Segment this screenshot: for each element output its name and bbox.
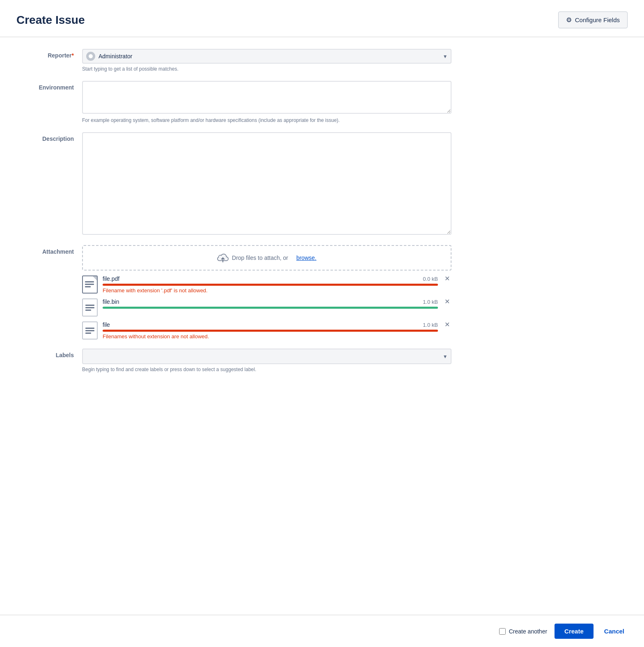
dialog-header: Create Issue ⚙ Configure Fields [0, 0, 644, 37]
file-progress-bar [103, 330, 438, 332]
labels-select[interactable] [82, 349, 451, 364]
file-name: file.pdf [103, 275, 119, 282]
description-label: Description [16, 132, 82, 142]
attachment-dropzone[interactable]: Drop files to attach, or browse. [82, 245, 451, 271]
environment-hint: For example operating system, software p… [82, 117, 451, 123]
file-name-row: file 1.0 kB [103, 321, 438, 328]
description-field [82, 132, 451, 236]
file-list: file.pdf 0.0 kB Filename with extension … [82, 275, 451, 340]
reporter-wrapper: Administrator ▾ [82, 49, 451, 64]
configure-fields-label: Configure Fields [575, 16, 620, 23]
file-size: 1.0 kB [423, 299, 438, 305]
description-textarea[interactable] [82, 132, 451, 235]
file-name-row: file.pdf 0.0 kB [103, 275, 438, 282]
file-name: file [103, 321, 110, 328]
file-progress-bar [103, 284, 438, 286]
labels-row: Labels ▾ Begin typing to find and create… [16, 349, 628, 372]
cloud-upload-icon [217, 253, 229, 262]
file-error-message: Filename with extension '.pdf' is not al… [103, 287, 438, 294]
create-issue-dialog: Create Issue ⚙ Configure Fields Reporter… [0, 0, 644, 647]
avatar-inner [88, 53, 94, 59]
file-details: file 1.0 kB Filenames without extension … [103, 321, 438, 340]
file-name: file.bin [103, 298, 119, 305]
configure-fields-button[interactable]: ⚙ Configure Fields [558, 11, 628, 28]
file-details: file.pdf 0.0 kB Filename with extension … [103, 275, 438, 294]
cancel-button[interactable]: Cancel [601, 624, 628, 639]
environment-textarea[interactable] [82, 81, 451, 114]
labels-hint: Begin typing to find and create labels o… [82, 367, 451, 372]
create-another-wrapper: Create another [499, 628, 547, 635]
reporter-avatar [86, 52, 95, 61]
file-details: file.bin 1.0 kB [103, 298, 438, 310]
attachment-row: Attachment Drop files to attach, or brow… [16, 245, 628, 340]
page-title: Create Issue [16, 14, 85, 27]
required-star: * [72, 52, 74, 59]
labels-label: Labels [16, 349, 82, 358]
reporter-row: Reporter* Administrator ▾ Start typing t… [16, 49, 628, 72]
labels-wrapper: ▾ [82, 349, 451, 364]
file-doc-icon [82, 321, 98, 340]
file-name-row: file.bin 1.0 kB [103, 298, 438, 305]
dialog-footer: Create another Create Cancel [0, 615, 644, 647]
create-another-label: Create another [509, 628, 547, 635]
create-another-checkbox[interactable] [499, 628, 506, 635]
labels-field: ▾ Begin typing to find and create labels… [82, 349, 451, 372]
file-size: 1.0 kB [423, 322, 438, 328]
environment-row: Environment For example operating system… [16, 81, 628, 123]
create-button[interactable]: Create [555, 624, 594, 639]
remove-file-button[interactable]: ✕ [443, 321, 451, 328]
file-item: file 1.0 kB Filenames without extension … [82, 321, 451, 340]
reporter-hint: Start typing to get a list of possible m… [82, 66, 451, 72]
file-error-message: Filenames without extension are not allo… [103, 333, 438, 340]
dialog-body: Reporter* Administrator ▾ Start typing t… [0, 37, 644, 615]
reporter-field: Administrator ▾ Start typing to get a li… [82, 49, 451, 72]
remove-file-button[interactable]: ✕ [443, 275, 451, 282]
file-pdf-icon [82, 275, 98, 294]
environment-label: Environment [16, 81, 82, 91]
remove-file-button[interactable]: ✕ [443, 298, 451, 305]
file-item: file.pdf 0.0 kB Filename with extension … [82, 275, 451, 294]
environment-field: For example operating system, software p… [82, 81, 451, 123]
attachment-field: Drop files to attach, or browse. [82, 245, 451, 340]
reporter-label: Reporter* [16, 49, 82, 59]
gear-icon: ⚙ [566, 16, 572, 24]
browse-link[interactable]: browse. [296, 255, 316, 261]
attachment-label: Attachment [16, 245, 82, 255]
file-item: file.bin 1.0 kB ✕ [82, 298, 451, 317]
dropzone-text: Drop files to attach, or [232, 255, 288, 261]
file-progress-bar [103, 307, 438, 309]
reporter-select[interactable]: Administrator [82, 49, 451, 64]
file-doc-icon [82, 298, 98, 317]
file-size: 0.0 kB [423, 276, 438, 282]
description-row: Description [16, 132, 628, 236]
